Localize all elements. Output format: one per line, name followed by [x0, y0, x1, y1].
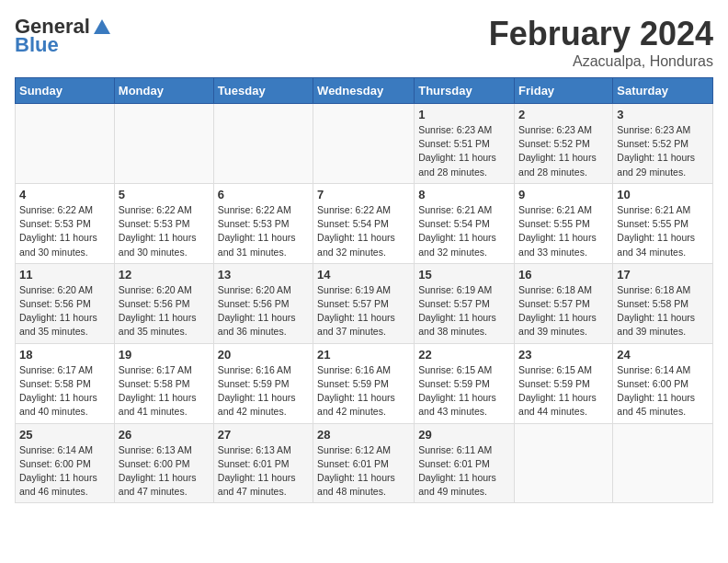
day-info: Sunrise: 6:13 AM Sunset: 6:01 PM Dayligh…: [218, 443, 309, 500]
day-info: Sunrise: 6:22 AM Sunset: 5:53 PM Dayligh…: [19, 203, 110, 259]
calendar-cell: 13Sunrise: 6:20 AM Sunset: 5:56 PM Dayli…: [213, 263, 313, 343]
day-number: 1: [418, 108, 510, 121]
day-info: Sunrise: 6:15 AM Sunset: 5:59 PM Dayligh…: [518, 363, 609, 419]
day-number: 12: [119, 268, 210, 282]
calendar-cell: 27Sunrise: 6:13 AM Sunset: 6:01 PM Dayli…: [213, 423, 313, 503]
day-number: 19: [119, 348, 210, 362]
calendar-cell: 11Sunrise: 6:20 AM Sunset: 5:56 PM Dayli…: [16, 263, 115, 343]
day-number: 5: [119, 188, 210, 201]
calendar-cell: 18Sunrise: 6:17 AM Sunset: 5:58 PM Dayli…: [16, 343, 115, 423]
day-number: 21: [317, 348, 410, 362]
calendar-cell: [16, 104, 115, 184]
svg-marker-0: [94, 19, 110, 34]
calendar-cell: 16Sunrise: 6:18 AM Sunset: 5:57 PM Dayli…: [515, 263, 613, 343]
day-number: 9: [518, 188, 609, 201]
calendar-cell: 21Sunrise: 6:16 AM Sunset: 5:59 PM Dayli…: [313, 343, 415, 423]
calendar-cell: 20Sunrise: 6:16 AM Sunset: 5:59 PM Dayli…: [213, 343, 313, 423]
day-info: Sunrise: 6:22 AM Sunset: 5:54 PM Dayligh…: [317, 203, 410, 259]
day-info: Sunrise: 6:14 AM Sunset: 6:00 PM Dayligh…: [617, 363, 709, 419]
day-info: Sunrise: 6:20 AM Sunset: 5:56 PM Dayligh…: [19, 283, 110, 339]
col-sunday: Sunday: [16, 78, 115, 104]
logo: General Blue: [15, 15, 112, 57]
day-info: Sunrise: 6:19 AM Sunset: 5:57 PM Dayligh…: [418, 283, 510, 339]
calendar-cell: 9Sunrise: 6:21 AM Sunset: 5:55 PM Daylig…: [515, 183, 613, 263]
calendar-cell: 28Sunrise: 6:12 AM Sunset: 6:01 PM Dayli…: [313, 423, 415, 503]
page-subtitle: Azacualpa, Honduras: [489, 53, 713, 70]
day-number: 2: [518, 108, 609, 121]
calendar-cell: 5Sunrise: 6:22 AM Sunset: 5:53 PM Daylig…: [114, 183, 213, 263]
day-number: 10: [617, 188, 709, 201]
page-header: General Blue February 2024 Azacualpa, Ho…: [15, 15, 713, 70]
day-info: Sunrise: 6:15 AM Sunset: 5:59 PM Dayligh…: [418, 363, 510, 419]
day-info: Sunrise: 6:21 AM Sunset: 5:55 PM Dayligh…: [617, 203, 709, 259]
calendar-week-4: 25Sunrise: 6:14 AM Sunset: 6:00 PM Dayli…: [16, 423, 713, 503]
day-number: 16: [518, 268, 609, 282]
day-info: Sunrise: 6:23 AM Sunset: 5:52 PM Dayligh…: [518, 123, 609, 179]
calendar-cell: 25Sunrise: 6:14 AM Sunset: 6:00 PM Dayli…: [16, 423, 115, 503]
calendar-cell: 14Sunrise: 6:19 AM Sunset: 5:57 PM Dayli…: [313, 263, 415, 343]
calendar-cell: 1Sunrise: 6:23 AM Sunset: 5:51 PM Daylig…: [415, 104, 515, 184]
day-number: 13: [218, 268, 309, 282]
day-info: Sunrise: 6:23 AM Sunset: 5:51 PM Dayligh…: [418, 123, 510, 179]
day-number: 26: [119, 428, 210, 442]
col-wednesday: Wednesday: [313, 78, 415, 104]
day-number: 27: [218, 428, 309, 442]
calendar-cell: [114, 104, 213, 184]
calendar-cell: [213, 104, 313, 184]
day-info: Sunrise: 6:23 AM Sunset: 5:52 PM Dayligh…: [617, 123, 709, 179]
col-thursday: Thursday: [415, 78, 515, 104]
day-number: 14: [317, 268, 410, 282]
day-info: Sunrise: 6:18 AM Sunset: 5:57 PM Dayligh…: [518, 283, 609, 339]
calendar-cell: 10Sunrise: 6:21 AM Sunset: 5:55 PM Dayli…: [613, 183, 713, 263]
calendar-cell: 6Sunrise: 6:22 AM Sunset: 5:53 PM Daylig…: [213, 183, 313, 263]
day-info: Sunrise: 6:22 AM Sunset: 5:53 PM Dayligh…: [119, 203, 210, 259]
day-number: 17: [617, 268, 709, 282]
calendar-cell: 23Sunrise: 6:15 AM Sunset: 5:59 PM Dayli…: [515, 343, 613, 423]
title-block: February 2024 Azacualpa, Honduras: [489, 15, 713, 70]
calendar-cell: 15Sunrise: 6:19 AM Sunset: 5:57 PM Dayli…: [415, 263, 515, 343]
day-number: 3: [617, 108, 709, 121]
day-number: 24: [617, 348, 709, 362]
calendar-cell: 22Sunrise: 6:15 AM Sunset: 5:59 PM Dayli…: [415, 343, 515, 423]
day-info: Sunrise: 6:17 AM Sunset: 5:58 PM Dayligh…: [119, 363, 210, 419]
calendar-week-3: 18Sunrise: 6:17 AM Sunset: 5:58 PM Dayli…: [16, 343, 713, 423]
page-title: February 2024: [489, 15, 713, 53]
calendar-cell: 3Sunrise: 6:23 AM Sunset: 5:52 PM Daylig…: [613, 104, 713, 184]
day-info: Sunrise: 6:13 AM Sunset: 6:00 PM Dayligh…: [119, 443, 210, 500]
calendar-week-0: 1Sunrise: 6:23 AM Sunset: 5:51 PM Daylig…: [16, 104, 713, 184]
day-info: Sunrise: 6:20 AM Sunset: 5:56 PM Dayligh…: [218, 283, 309, 339]
day-number: 7: [317, 188, 410, 201]
col-friday: Friday: [515, 78, 613, 104]
day-number: 23: [518, 348, 609, 362]
day-info: Sunrise: 6:20 AM Sunset: 5:56 PM Dayligh…: [119, 283, 210, 339]
day-number: 22: [418, 348, 510, 362]
day-info: Sunrise: 6:17 AM Sunset: 5:58 PM Dayligh…: [19, 363, 110, 419]
calendar-cell: 24Sunrise: 6:14 AM Sunset: 6:00 PM Dayli…: [613, 343, 713, 423]
calendar-cell: 26Sunrise: 6:13 AM Sunset: 6:00 PM Dayli…: [114, 423, 213, 503]
day-info: Sunrise: 6:21 AM Sunset: 5:54 PM Dayligh…: [418, 203, 510, 259]
calendar-cell: 19Sunrise: 6:17 AM Sunset: 5:58 PM Dayli…: [114, 343, 213, 423]
calendar-cell: 7Sunrise: 6:22 AM Sunset: 5:54 PM Daylig…: [313, 183, 415, 263]
calendar-week-1: 4Sunrise: 6:22 AM Sunset: 5:53 PM Daylig…: [16, 183, 713, 263]
day-number: 29: [418, 428, 510, 442]
calendar-cell: 8Sunrise: 6:21 AM Sunset: 5:54 PM Daylig…: [415, 183, 515, 263]
col-tuesday: Tuesday: [213, 78, 313, 104]
day-info: Sunrise: 6:12 AM Sunset: 6:01 PM Dayligh…: [317, 443, 410, 500]
logo-blue-text: Blue: [15, 33, 59, 57]
day-number: 15: [418, 268, 510, 282]
day-number: 18: [19, 348, 110, 362]
day-number: 20: [218, 348, 309, 362]
day-info: Sunrise: 6:21 AM Sunset: 5:55 PM Dayligh…: [518, 203, 609, 259]
day-number: 8: [418, 188, 510, 201]
calendar-header-row: Sunday Monday Tuesday Wednesday Thursday…: [16, 78, 713, 104]
calendar-cell: 17Sunrise: 6:18 AM Sunset: 5:58 PM Dayli…: [613, 263, 713, 343]
calendar-cell: 12Sunrise: 6:20 AM Sunset: 5:56 PM Dayli…: [114, 263, 213, 343]
day-number: 11: [19, 268, 110, 282]
day-number: 28: [317, 428, 410, 442]
calendar-cell: 4Sunrise: 6:22 AM Sunset: 5:53 PM Daylig…: [16, 183, 115, 263]
calendar-cell: [515, 423, 613, 503]
calendar-table: Sunday Monday Tuesday Wednesday Thursday…: [15, 77, 713, 503]
day-info: Sunrise: 6:16 AM Sunset: 5:59 PM Dayligh…: [218, 363, 309, 419]
day-number: 4: [19, 188, 110, 201]
col-saturday: Saturday: [613, 78, 713, 104]
